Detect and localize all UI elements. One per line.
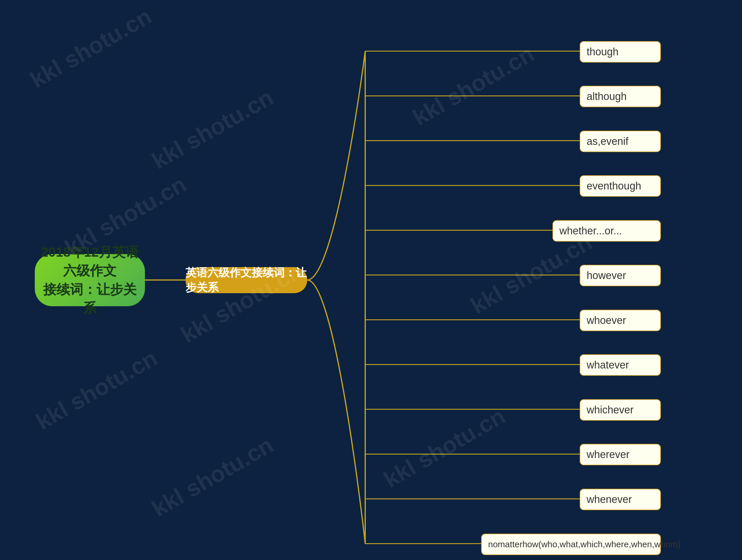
branch-node-whetheror: whether...or... [552,220,661,242]
middle-label: 英语六级作文接续词：让步关系 [186,265,307,295]
branch-node-however: however [580,265,661,286]
branch-node-asevenif: as,evenif [580,131,661,152]
branch-node-whenever: whenever [580,489,661,510]
branch-node-nomatter: nomatterhow(who,what,which,where,when,wh… [481,534,661,555]
branch-node-whoever: whoever [580,310,661,331]
branch-node-wherever: wherever [580,444,661,465]
middle-node: 英语六级作文接续词：让步关系 [186,267,307,293]
root-node: 2018年12月英语六级作文 接续词：让步关系 [35,254,145,306]
watermark-text-9: kkl shotu.cn [379,402,510,493]
watermark-text-5: kkl shotu.cn [31,344,162,435]
branch-node-whatever: whatever [580,354,661,376]
root-label: 2018年12月英语六级作文 接续词：让步关系 [41,243,139,318]
branch-node-eventhough: eventhough [580,175,661,197]
watermark-text-1: kkl shotu.cn [25,3,156,93]
branch-node-although: although [580,86,661,107]
branch-node-whichever: whichever [580,399,661,421]
watermark-text-2: kkl shotu.cn [147,84,278,174]
watermark-text-8: kkl shotu.cn [466,229,596,319]
watermark-text-7: kkl shotu.cn [408,40,538,131]
watermark-text-6: kkl shotu.cn [147,431,278,522]
branch-node-though: though [580,41,661,63]
